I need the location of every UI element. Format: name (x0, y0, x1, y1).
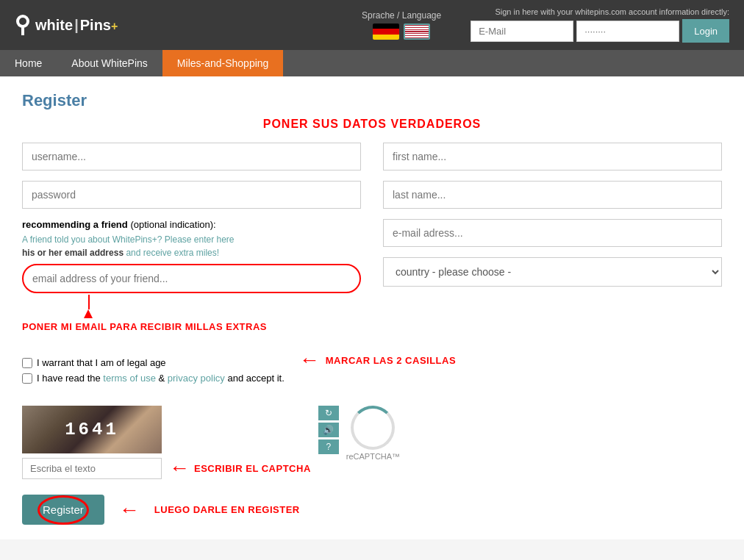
captcha-audio-button[interactable]: 🔊 (318, 423, 339, 437)
arrow-vertical-line (88, 295, 90, 309)
checkbox-arrow-section: ← MARCAR LAS 2 CASILLAS (299, 350, 456, 370)
password-input[interactable] (576, 21, 679, 42)
register-btn-wrap: Register (22, 495, 104, 525)
friend-label: recommending a friend (optional indicati… (22, 219, 361, 230)
checkbox-arrow-text: MARCAR LAS 2 CASILLAS (326, 355, 456, 366)
col-password (22, 181, 361, 209)
friend-desc2: his or her email address (22, 248, 124, 258)
friend-desc3: and receive extra miles! (126, 248, 219, 258)
firstname-input[interactable] (383, 143, 722, 170)
nav-miles[interactable]: Miles-and-Shopping (162, 50, 284, 76)
logo: white | Pins + (15, 15, 118, 35)
friend-email-input[interactable] (22, 264, 361, 293)
nav-about[interactable]: About WhitePins (57, 50, 162, 76)
row-username-firstname (22, 143, 722, 170)
nav-home[interactable]: Home (0, 50, 57, 76)
arrow-text: PONER MI EMAIL PARA RECIBIR MILLAS EXTRA… (22, 321, 267, 332)
captcha-image: 1641 (22, 406, 162, 453)
country-select[interactable]: country - please choose - Germany Austri… (383, 257, 722, 287)
register-title: Register (22, 91, 722, 110)
captcha-image-inner: 1641 (22, 406, 162, 453)
language-label: Sprache / Language (362, 10, 441, 21)
checkbox-terms-row: I have read the terms of use & privacy p… (22, 373, 285, 384)
friend-input-wrap (22, 264, 361, 293)
logo-plus-text: + (111, 20, 118, 33)
friend-label-bold: recommending a friend (22, 219, 128, 230)
col-firstname (383, 143, 722, 170)
captcha-input-wrap: ← ESCRIBIR EL CAPTCHA (22, 456, 311, 480)
email-input[interactable] (471, 21, 573, 42)
captcha-text: 1641 (65, 420, 119, 439)
captcha-section: 1641 ← ESCRIBIR EL CAPTCHA ↻ 🔊 ? reCAPTC… (22, 406, 722, 480)
header: white | Pins + Sprache / Language Sign i… (0, 0, 744, 50)
col-lastname (383, 181, 722, 209)
svg-point-2 (19, 18, 26, 25)
terms-checkbox[interactable] (22, 373, 32, 384)
row-password-lastname (22, 181, 722, 209)
friend-optional-text: (optional indication): (130, 219, 215, 230)
row-friend-email: recommending a friend (optional indicati… (22, 219, 722, 340)
email-address-input[interactable] (383, 219, 722, 247)
logo-pipe: | (74, 17, 79, 34)
col-friend: recommending a friend (optional indicati… (22, 219, 361, 340)
terms-text3: and accept it. (227, 373, 284, 384)
terms-text2: & (159, 373, 168, 384)
checkbox-row-container: I warrant that I am of legal age I have … (22, 350, 722, 395)
login-button[interactable]: Login (682, 19, 729, 43)
legal-age-label: I warrant that I am of legal age (37, 357, 166, 368)
lastname-input[interactable] (383, 181, 722, 209)
friend-desc1: A friend told you about WhitePins+? Plea… (22, 234, 235, 245)
recaptcha-text: reCAPTCHA™ (346, 452, 400, 461)
legal-age-checkbox[interactable] (22, 358, 32, 368)
sign-in-section: Sign in here with your whitepins.com acc… (471, 7, 729, 43)
username-input[interactable] (22, 143, 361, 170)
logo-white-text: white (35, 17, 73, 34)
register-button[interactable]: Register (22, 495, 104, 525)
navigation: Home About WhitePins Miles-and-Shopping (0, 50, 744, 76)
pin-icon (15, 15, 31, 35)
captcha-input[interactable] (22, 458, 162, 479)
arrow-up-shape (84, 309, 93, 318)
captcha-arrow-text: ESCRIBIR EL CAPTCHA (194, 463, 311, 474)
checkbox-arrow-icon: ← (299, 350, 320, 370)
friend-desc: A friend told you about WhitePins+? Plea… (22, 233, 361, 259)
main-content: Register PONER SUS DATOS VERDADEROS reco… (0, 76, 744, 539)
password-field[interactable] (22, 181, 361, 209)
captcha-arrow-label: ← ESCRIBIR EL CAPTCHA (169, 456, 311, 480)
privacy-link[interactable]: privacy policy (168, 373, 225, 384)
instruction-title: PONER SUS DATOS VERDADEROS (22, 118, 722, 131)
sign-in-fields: Login (471, 19, 729, 43)
captcha-controls: ↻ 🔊 ? (318, 406, 339, 454)
language-section: Sprache / Language (362, 10, 441, 40)
register-arrow-icon: ← (119, 500, 140, 520)
english-flag-button[interactable] (404, 24, 430, 40)
captcha-logo: reCAPTCHA™ (346, 406, 400, 461)
terms-label: I have read the terms of use & privacy p… (37, 373, 285, 384)
captcha-refresh-button[interactable]: ↻ (318, 406, 339, 420)
logo-pins-text: Pins (80, 17, 111, 34)
language-flags (373, 24, 430, 40)
checkbox-legal-age-row: I warrant that I am of legal age (22, 357, 285, 368)
recaptcha-spinner (351, 406, 395, 450)
captcha-left: 1641 ← ESCRIBIR EL CAPTCHA (22, 406, 311, 480)
arrow-label: PONER MI EMAIL PARA RECIBIR MILLAS EXTRA… (22, 321, 361, 332)
arrow-up-section (22, 295, 361, 318)
register-arrow-text: LUEGO DARLE EN REGISTER (154, 504, 300, 515)
german-flag-button[interactable] (373, 24, 399, 40)
captcha-arrow-icon: ← (169, 456, 190, 480)
checkbox-section: I warrant that I am of legal age I have … (22, 357, 285, 388)
register-btn-section: Register ← LUEGO DARLE EN REGISTER (22, 495, 722, 525)
col-email: country - please choose - Germany Austri… (383, 219, 722, 340)
col-username (22, 143, 361, 170)
terms-text1: I have read the (37, 373, 103, 384)
terms-link[interactable]: terms of use (103, 373, 156, 384)
friend-section: recommending a friend (optional indicati… (22, 219, 361, 332)
captcha-help-button[interactable]: ? (318, 439, 339, 454)
sign-in-label: Sign in here with your whitepins.com acc… (495, 7, 729, 16)
